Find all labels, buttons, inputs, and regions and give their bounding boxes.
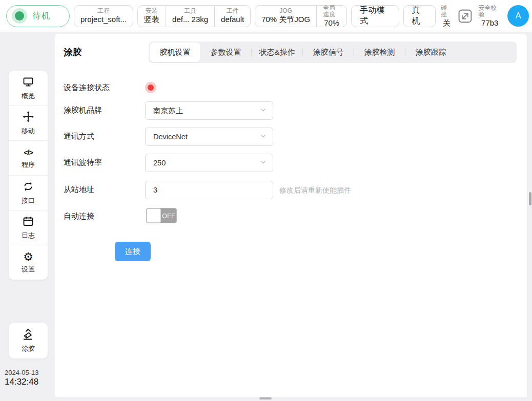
- glue-tabbar: 胶机设置 参数设置 状态&操作 涂胶信号 涂胶检测 涂胶跟踪: [149, 41, 517, 63]
- comm-mode-select[interactable]: DeviceNet: [145, 128, 273, 146]
- tool-segment[interactable]: 工具 def... 23kg: [166, 6, 214, 27]
- global-speed-label: 全局速度: [323, 5, 340, 19]
- monitor-icon: [22, 76, 34, 90]
- glue-plugin-label: 涂胶: [22, 344, 35, 353]
- tab-glue-signal[interactable]: 涂胶信号: [303, 43, 354, 62]
- sidebar-item-program[interactable]: </> 程序: [9, 140, 48, 175]
- sidebar-item-label: 概览: [22, 92, 35, 101]
- comm-mode-label: 通讯方式: [64, 132, 94, 141]
- expand-icon[interactable]: [457, 8, 473, 24]
- connect-button[interactable]: 连接: [115, 242, 151, 261]
- glue-brand-select[interactable]: 南京苏上: [145, 101, 273, 120]
- tool-label: 工具: [184, 8, 196, 15]
- tool-value: def... 23kg: [172, 15, 208, 24]
- sidebar-item-move[interactable]: 移动: [9, 105, 48, 140]
- user-avatar[interactable]: A: [507, 5, 529, 27]
- global-speed-segment[interactable]: 全局速度 70%: [316, 6, 346, 27]
- toggle-state-label: OFF: [161, 212, 176, 220]
- sidebar-item-interface[interactable]: 接口: [9, 175, 48, 210]
- sync-arrows-icon: [22, 180, 34, 195]
- connection-status-dot: [148, 85, 154, 91]
- tab-parameter-settings[interactable]: 参数设置: [200, 43, 251, 62]
- baud-rate-select[interactable]: 250: [145, 154, 273, 172]
- horizontal-scrollbar-thumb[interactable]: [259, 397, 272, 399]
- chevron-down-icon: [260, 133, 267, 141]
- slave-address-hint: 修改后请重新使能插件: [279, 186, 351, 195]
- tab-status-operation[interactable]: 状态&操作: [252, 43, 302, 62]
- collision-value: 关: [443, 18, 451, 27]
- project-pill[interactable]: 工程 project_soft...: [74, 5, 133, 27]
- tab-glue-tracking[interactable]: 涂胶跟踪: [405, 43, 456, 62]
- current-time: 14:32:48: [5, 377, 39, 387]
- glue-dispenser-icon: [22, 328, 35, 343]
- jog-label: JOG: [279, 8, 292, 15]
- tab-machine-settings[interactable]: 胶机设置: [150, 43, 200, 62]
- sidebar-item-label: 日志: [22, 231, 35, 240]
- workpiece-label: 工件: [227, 8, 239, 15]
- project-value: project_soft...: [80, 15, 127, 24]
- jog-speed-pill[interactable]: JOG 70% 关节JOG 全局速度 70%: [255, 5, 347, 27]
- sidebar-item-label: 程序: [22, 160, 35, 170]
- mount-label: 安装: [146, 8, 158, 15]
- calendar-icon: [22, 215, 34, 229]
- device-connection-status-label: 设备连接状态: [64, 83, 110, 93]
- tab-glue-detection[interactable]: 涂胶检测: [354, 43, 405, 62]
- sidebar-item-log[interactable]: 日志: [9, 210, 48, 245]
- mount-tool-workpiece-pill[interactable]: 安装 竖装 工具 def... 23kg 工件 default: [137, 5, 251, 27]
- workpiece-segment[interactable]: 工件 default: [214, 6, 250, 27]
- sidebar-item-label: 设置: [22, 265, 35, 274]
- code-icon: </>: [24, 146, 32, 159]
- toggle-knob: [147, 208, 161, 223]
- sidebar-item-label: 接口: [22, 196, 35, 205]
- sidebar-item-settings[interactable]: ⚙ 设置: [9, 245, 48, 280]
- vertical-scrollbar-thumb[interactable]: [529, 192, 531, 205]
- slave-address-input[interactable]: [153, 186, 267, 194]
- baud-rate-label: 通讯波特率: [64, 158, 102, 167]
- global-speed-value: 70%: [324, 18, 339, 27]
- auto-connect-label: 自动连接: [64, 212, 94, 221]
- gear-icon: ⚙: [23, 251, 33, 263]
- slave-address-field-wrap: [145, 181, 273, 199]
- manual-mode-pill[interactable]: 手动模式: [351, 5, 399, 27]
- jog-value: 70% 关节JOG: [261, 15, 310, 24]
- move-arrows-icon: [22, 111, 34, 125]
- glue-brand-label: 涂胶机品牌: [64, 105, 102, 115]
- glue-brand-select-value: 南京苏上: [153, 106, 183, 116]
- sidebar-item-overview[interactable]: 概览: [9, 71, 48, 105]
- chevron-down-icon: [260, 107, 267, 115]
- sidebar-item-label: 移动: [22, 126, 35, 136]
- baud-rate-select-value: 250: [153, 159, 166, 167]
- project-label: 工程: [97, 8, 110, 15]
- chevron-down-icon: [260, 159, 267, 167]
- current-date: 2024-05-13: [5, 369, 39, 376]
- robot-state-label: 待机: [32, 11, 51, 22]
- robot-state-indicator-icon: [15, 11, 24, 20]
- sidebar-item-glue-plugin[interactable]: 涂胶: [9, 323, 48, 358]
- glue-settings-panel: 涂胶 胶机设置 参数设置 状态&操作 涂胶信号 涂胶检测 涂胶跟踪 设备连接状态…: [55, 34, 527, 397]
- datetime-display: 2024-05-13 14:32:48: [5, 369, 39, 387]
- robot-state-pill[interactable]: 待机: [6, 5, 70, 27]
- safety-check-label: 安全校验: [478, 5, 501, 19]
- jog-segment[interactable]: JOG 70% 关节JOG: [255, 6, 316, 27]
- safety-check-value: 77b3: [481, 18, 498, 27]
- collision-status: 碰撞 关: [440, 5, 453, 28]
- page-title: 涂胶: [64, 46, 82, 58]
- sidebar-nav: 概览 移动 </> 程序 接口 日志: [9, 71, 48, 280]
- workpiece-value: default: [221, 15, 244, 24]
- collision-label: 碰撞: [441, 5, 452, 19]
- comm-mode-select-value: DeviceNet: [153, 133, 188, 141]
- top-status-bar: 待机 工程 project_soft... 安装 竖装 工具 def... 23…: [0, 0, 532, 32]
- mount-segment[interactable]: 安装 竖装: [138, 6, 166, 27]
- mount-value: 竖装: [144, 15, 159, 24]
- real-machine-pill[interactable]: 真机: [403, 5, 436, 27]
- slave-address-label: 从站地址: [64, 185, 94, 195]
- auto-connect-toggle[interactable]: OFF: [146, 208, 177, 223]
- safety-check-status: 安全校验 77b3: [477, 5, 502, 28]
